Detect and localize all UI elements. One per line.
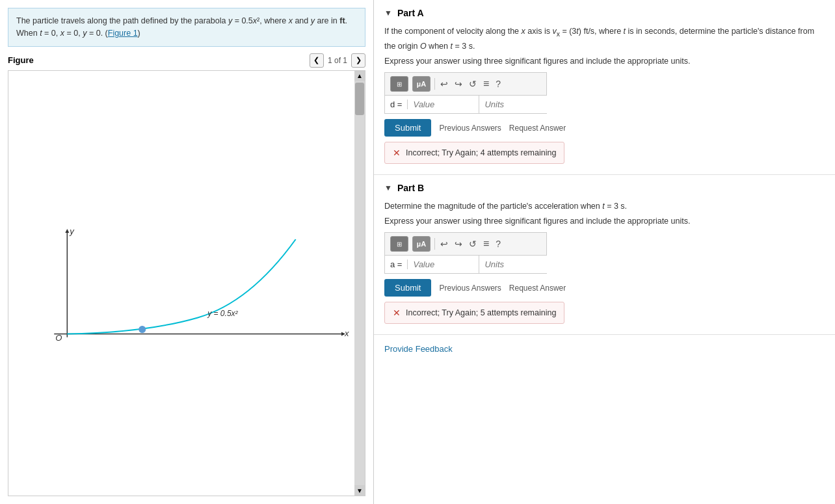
part-a-refresh-icon[interactable]: ↺ (468, 79, 478, 89)
figure-next-btn[interactable]: ❯ (351, 53, 365, 68)
figure-nav: ❮ 1 of 1 ❯ (310, 53, 365, 68)
part-a-header[interactable]: ▼ Part A (384, 8, 825, 18)
part-a-help-icon[interactable]: ? (494, 79, 502, 89)
scroll-up-icon: ▲ (356, 72, 363, 79)
part-a-request-answer-link[interactable]: Request Answer (509, 124, 566, 133)
scroll-down-icon: ▼ (356, 487, 363, 494)
left-panel: The particle travels along the path defi… (0, 0, 374, 504)
part-b-answer-row: a = (384, 255, 547, 274)
right-panel: ▼ Part A If the component of velocity al… (374, 0, 835, 504)
toolbar-sep-2 (434, 238, 435, 250)
part-a-error-text: Incorrect; Try Again; 4 attempts remaini… (406, 148, 556, 157)
part-b-error-box: ✕ Incorrect; Try Again; 5 attempts remai… (384, 302, 564, 324)
part-b-submit-row: Submit Previous Answers Request Answer (384, 279, 825, 297)
part-a-submit-row: Submit Previous Answers Request Answer (384, 119, 825, 137)
part-b-help-icon[interactable]: ? (494, 239, 502, 249)
part-b-description: Determine the magnitude of the particle'… (384, 200, 825, 213)
part-b-grid-btn[interactable]: ⊞ (390, 236, 408, 252)
svg-text:y: y (69, 226, 75, 235)
part-b-header[interactable]: ▼ Part B (384, 183, 825, 193)
part-a-answer-label: d = (385, 99, 408, 109)
text-icon-b: µA (417, 240, 426, 248)
part-b-list-icon[interactable]: ≡ (482, 238, 490, 250)
figure1-link[interactable]: Figure 1 (108, 29, 138, 38)
figure-container: x y O y = 0.5x² ▲ ▼ (8, 70, 365, 497)
figure-page-count: 1 of 1 (328, 56, 347, 65)
part-a-description: If the component of velocity along the x… (384, 25, 825, 53)
part-b-toolbar: ⊞ µA ↩ ↪ ↺ ≡ ? (384, 232, 547, 255)
figure-scroll-thumb[interactable] (355, 83, 364, 115)
grid-icon-b: ⊞ (397, 241, 402, 248)
part-b-undo-icon[interactable]: ↩ (439, 239, 449, 249)
toolbar-sep-1 (434, 78, 435, 90)
figure-header: Figure ❮ 1 of 1 ❯ (8, 53, 365, 68)
figure-section: Figure ❮ 1 of 1 ❯ x (8, 53, 365, 497)
svg-text:x: x (344, 328, 349, 338)
part-a-error-icon: ✕ (393, 148, 401, 158)
part-a-list-icon[interactable]: ≡ (482, 78, 490, 90)
part-b-error-icon: ✕ (393, 308, 401, 318)
part-a-sig-fig: Express your answer using three signific… (384, 57, 825, 66)
svg-marker-3 (65, 228, 69, 232)
figure-graph: x y O y = 0.5x² (15, 74, 354, 493)
part-b-sig-fig: Express your answer using three signific… (384, 217, 825, 226)
part-b-text-btn[interactable]: µA (412, 236, 431, 252)
part-a-section: ▼ Part A If the component of velocity al… (374, 0, 835, 175)
part-a-label: Part A (397, 8, 424, 18)
part-b-redo-icon[interactable]: ↪ (453, 239, 464, 249)
part-a-submit-btn[interactable]: Submit (384, 119, 431, 137)
problem-text: The particle travels along the path defi… (8, 8, 365, 47)
figure-scroll-down-btn[interactable]: ▼ (354, 485, 365, 496)
part-a-answer-row: d = (384, 95, 547, 114)
part-a-undo-icon[interactable]: ↩ (439, 79, 449, 89)
figure-prev-btn[interactable]: ❮ (310, 53, 324, 68)
part-a-units-input[interactable] (479, 96, 600, 113)
part-b-error-text: Incorrect; Try Again; 5 attempts remaini… (406, 308, 556, 317)
svg-point-8 (139, 326, 146, 332)
part-a-prev-answers-link[interactable]: Previous Answers (439, 124, 501, 133)
part-a-error-box: ✕ Incorrect; Try Again; 4 attempts remai… (384, 142, 564, 164)
part-b-answer-label: a = (385, 259, 408, 269)
svg-text:y = 0.5x²: y = 0.5x² (207, 309, 238, 318)
provide-feedback-link[interactable]: Provide Feedback (374, 335, 835, 363)
part-b-prev-answers-link[interactable]: Previous Answers (439, 284, 501, 293)
part-a-collapse-icon: ▼ (384, 8, 392, 18)
svg-text:O: O (55, 332, 62, 342)
figure-scroll-up-btn[interactable]: ▲ (354, 71, 365, 81)
part-a-value-input[interactable] (408, 96, 479, 113)
part-b-refresh-icon[interactable]: ↺ (468, 239, 478, 249)
part-a-toolbar: ⊞ µA ↩ ↪ ↺ ≡ ? (384, 72, 547, 95)
part-b-request-answer-link[interactable]: Request Answer (509, 284, 566, 293)
part-b-label: Part B (397, 183, 424, 193)
part-b-units-input[interactable] (479, 256, 600, 273)
part-b-value-input[interactable] (408, 256, 479, 273)
figure-title: Figure (8, 55, 34, 65)
grid-icon: ⊞ (397, 81, 402, 88)
nav-prev-icon: ❮ (313, 56, 319, 64)
figure-scrollbar[interactable] (354, 81, 365, 486)
part-b-submit-btn[interactable]: Submit (384, 279, 431, 297)
part-b-collapse-icon: ▼ (384, 183, 392, 192)
nav-next-icon: ❯ (356, 56, 362, 64)
text-icon: µA (417, 80, 426, 88)
part-a-redo-icon[interactable]: ↪ (453, 79, 464, 89)
part-a-text-btn[interactable]: µA (412, 76, 431, 92)
part-b-section: ▼ Part B Determine the magnitude of the … (374, 175, 835, 335)
part-a-grid-btn[interactable]: ⊞ (390, 76, 408, 92)
